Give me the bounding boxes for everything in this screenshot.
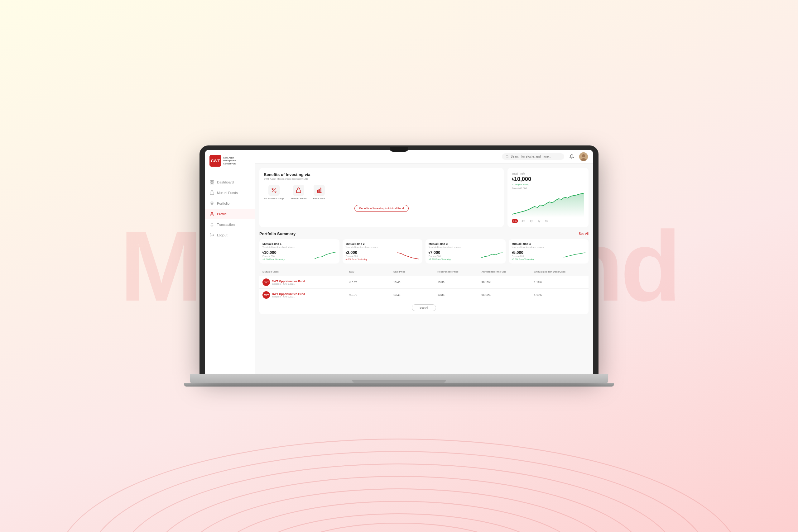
portfolio-cards: Mutual Fund 1 Your total investment and … — [259, 239, 588, 264]
benefit-label-1: No Hidden Charge — [264, 197, 284, 200]
profit-chart-svg — [512, 192, 584, 217]
search-icon — [506, 155, 509, 158]
benefits-icons: No Hidden Charge — [264, 185, 500, 200]
logo-abbr: CWT — [211, 158, 220, 163]
svg-rect-1 — [212, 180, 214, 182]
pc-value-block-3: ৳7,000 From ৳4,000 +2.2% From Yesterday — [429, 250, 451, 260]
pc-title-4: Mutual Fund 4 — [512, 242, 586, 245]
benefit-no-hidden-charge: No Hidden Charge — [264, 185, 284, 200]
sidebar-item-mutual-funds[interactable]: Mutual Funds — [205, 188, 255, 198]
svg-rect-0 — [210, 180, 212, 182]
app-layout: CWT CWT Asset Management Company Ltd — [205, 150, 593, 374]
benefits-subtitle: CWT Asset Management Company LTD — [264, 177, 500, 180]
main-inner: Benefits of Investing via CWT Asset Mana… — [255, 164, 593, 319]
transaction-icon — [210, 222, 215, 227]
pc-title-1: Mutual Fund 1 — [262, 242, 336, 245]
mini-chart-1 — [314, 251, 336, 260]
pc-from-3: From ৳4,000 — [429, 255, 451, 258]
benefit-label-3: Beats DPS — [313, 197, 325, 200]
pc-title-3: Mutual Fund 3 — [429, 242, 503, 245]
user-avatar[interactable] — [579, 152, 588, 161]
fund-ann-dsex-1: 1.19% — [534, 281, 585, 284]
shariah-icon — [293, 185, 304, 196]
th-repurchase-price: Repurchase Price — [437, 270, 480, 273]
laptop-mockup: CWT CWT Asset Management Company Ltd — [184, 146, 614, 386]
portfolio-see-all[interactable]: See All — [579, 232, 588, 235]
sidebar-item-portfolio[interactable]: Portfolio — [205, 198, 255, 209]
pc-change-3: +2.2% From Yesterday — [429, 258, 451, 260]
logo-area: CWT CWT Asset Management Company Ltd — [205, 155, 255, 173]
sidebar-item-logout[interactable]: Logout — [205, 230, 255, 241]
chart-tab-5y[interactable]: 5y — [544, 219, 549, 223]
profit-chart — [512, 192, 584, 217]
table-row-1: CWT CWT Opportunities Fund Inception - J… — [259, 276, 588, 288]
portfolio-card-2: Mutual Fund 2 Your total investment and … — [343, 239, 423, 264]
profit-label: Total Profit — [512, 172, 584, 175]
fund-sale-2: 13.46 — [393, 293, 436, 297]
notification-button[interactable] — [567, 152, 576, 161]
svg-line-12 — [272, 188, 276, 192]
portfolio-section-header: Portfolio Summary See All — [259, 231, 588, 236]
content-area: Benefits of Investing via CWT Asset Mana… — [255, 150, 593, 374]
profile-icon — [210, 211, 215, 216]
invest-button[interactable]: Benefits of Investing in Mutual Fund — [355, 205, 409, 212]
beats-dps-icon — [313, 185, 325, 196]
fund-info-1: CWT Opportunities Fund Inception - June … — [272, 280, 305, 285]
sidebar-item-profile[interactable]: Profile — [205, 209, 255, 219]
table-row-2: CWT CWT Opportunities Fund Inception - J… — [259, 288, 588, 301]
dashboard-icon — [210, 180, 215, 185]
sidebar-label-dashboard: Dashboard — [217, 180, 234, 184]
portfolio-card-3: Mutual Fund 3 Your total investment and … — [425, 239, 506, 264]
chart-tab-3y[interactable]: 3y — [537, 219, 542, 223]
sidebar: CWT CWT Asset Management Company Ltd — [205, 150, 255, 374]
th-sale-price: Sale Price — [393, 270, 436, 273]
pc-subtitle-1: Your total investment and returns — [262, 246, 336, 248]
fund-info-2: CWT Opportunities Fund Inception - June … — [272, 292, 305, 298]
svg-point-14 — [275, 191, 276, 192]
pc-subtitle-2: Your total investment and returns — [346, 246, 420, 248]
sidebar-label-logout: Logout — [217, 233, 228, 237]
mini-chart-3 — [481, 251, 503, 260]
mosque-icon — [295, 187, 302, 193]
chart-tab-1y[interactable]: 1y — [529, 219, 534, 223]
main-content: Benefits of Investing via CWT Asset Mana… — [255, 164, 593, 374]
pc-value-3: ৳7,000 — [429, 250, 451, 255]
chart-tab-1m[interactable]: 1m — [512, 219, 518, 223]
sidebar-item-transaction[interactable]: Transaction — [205, 219, 255, 230]
laptop-base — [190, 374, 608, 383]
fund-inception-1: Inception - June 7,2021 — [272, 283, 305, 285]
fund-logo-1: CWT — [262, 279, 270, 286]
pc-value-row-4: ৳5,000 From ৳4,000 +0.5% From Yesterday — [512, 250, 586, 260]
benefit-shariah: Shariah Funds — [291, 185, 307, 200]
search-bar[interactable] — [502, 153, 564, 160]
sidebar-item-dashboard[interactable]: Dashboard — [205, 177, 255, 188]
portfolio-card-1: Mutual Fund 1 Your total investment and … — [259, 239, 340, 264]
svg-rect-17 — [319, 189, 320, 192]
bell-icon — [569, 154, 574, 159]
pc-from-1: From ৳4,000 — [262, 255, 285, 258]
search-input[interactable] — [511, 155, 561, 158]
fund-cell-1: CWT CWT Opportunities Fund Inception - J… — [262, 279, 348, 286]
bar-chart-icon — [316, 187, 322, 193]
fund-inception-2: Inception - June 7,2021 — [272, 296, 305, 298]
laptop-notch — [389, 147, 409, 152]
logo-text: CWT Asset Management Company Ltd — [223, 156, 236, 165]
th-ann-rtn-dsex: Annualized Rtn Dsex/Dses — [534, 270, 585, 273]
chart-tab-3m[interactable]: 3m — [520, 219, 526, 223]
fund-ann-fund-1: 96.10% — [481, 281, 533, 284]
svg-rect-3 — [212, 183, 214, 184]
svg-point-5 — [211, 212, 213, 214]
pc-change-4: +0.5% From Yesterday — [512, 258, 534, 260]
percent-icon — [271, 187, 277, 193]
logo-box: CWT — [210, 155, 221, 167]
mini-chart-4 — [564, 251, 585, 260]
portfolio-summary-section: Portfolio Summary See All Mutual Fund 1 … — [259, 231, 588, 264]
table-see-all-button[interactable]: See All — [412, 304, 436, 311]
pc-title-2: Mutual Fund 2 — [346, 242, 420, 245]
portfolio-card-4: Mutual Fund 4 Your total investment and … — [509, 239, 589, 264]
svg-point-8 — [506, 155, 508, 158]
pc-value-row-1: ৳10,000 From ৳4,000 +1.2% From Yesterday — [262, 250, 336, 260]
pc-value-row-3: ৳7,000 From ৳4,000 +2.2% From Yesterday — [429, 250, 503, 260]
pc-change-2: -4.2% From Yesterday — [346, 258, 367, 260]
pc-value-2: ৳2,000 — [346, 250, 367, 255]
